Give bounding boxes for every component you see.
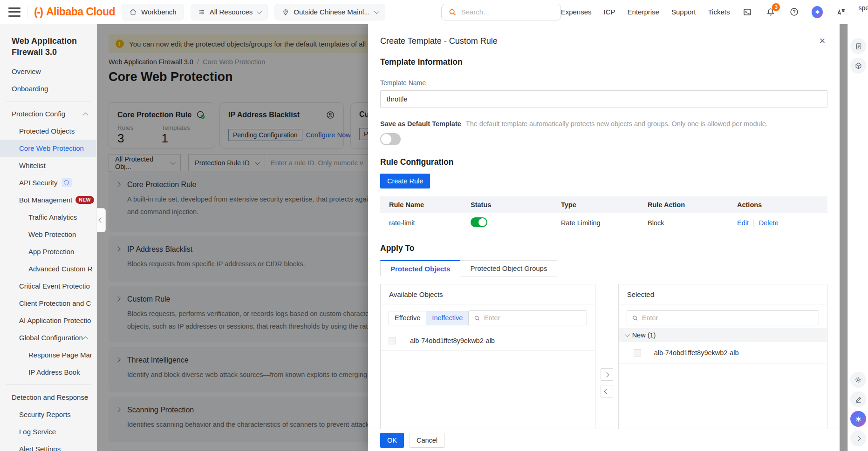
object-name: alb-74obd1ffet8y9ekwb2-alb (410, 337, 495, 344)
chevron-up-icon (83, 336, 88, 341)
sidebar-group-global-configuration[interactable]: Global Configuration (0, 329, 96, 346)
sidebar-group-protection-config[interactable]: Protection Config (0, 105, 96, 122)
feedback-pencil-icon[interactable] (850, 391, 866, 407)
sidebar-item-core-web-protection[interactable]: Core Web Protection (0, 140, 96, 157)
selected-object-row[interactable]: alb-74obd1ffet8y9ekwb2-alb (619, 342, 827, 364)
close-icon[interactable]: × (816, 35, 828, 47)
chevron-down-icon (624, 332, 629, 337)
delete-link[interactable]: Delete (759, 219, 779, 227)
sidebar-item-protected-objects[interactable]: Protected Objects (0, 122, 96, 140)
search-input[interactable] (461, 8, 554, 16)
language-icon[interactable] (835, 7, 846, 18)
cloud-shell-icon[interactable] (742, 7, 753, 18)
rule-type-cell: Rate Limiting (561, 219, 648, 227)
available-objects-panel: Available Objects Effective Ineffective … (380, 284, 595, 451)
sidebar-item-ip-address-book[interactable]: IP Address Book (0, 363, 96, 381)
selected-search-input[interactable] (642, 314, 814, 322)
ai-assistant-icon[interactable] (812, 7, 823, 18)
collapse-panel-icon[interactable] (850, 431, 866, 446)
available-object-row[interactable]: alb-74obd1ffet8y9ekwb2-alb (381, 331, 595, 351)
save-default-label: Save as Default Template (380, 120, 461, 128)
resources-cube-icon[interactable] (850, 58, 866, 74)
sidebar-item-web-protection[interactable]: Web Protection (0, 226, 96, 243)
tab-protected-object-groups[interactable]: Protected Object Groups (460, 260, 557, 276)
divider (6, 101, 91, 101)
nav-link-support[interactable]: Support (671, 8, 696, 16)
all-resources-label: All Resources (210, 8, 253, 16)
effective-button[interactable]: Effective (389, 311, 426, 325)
effective-segmented-control: Effective Ineffective (389, 311, 469, 325)
selected-group-new[interactable]: New (1) (619, 328, 827, 342)
sidebar-item-advanced-custom-rule[interactable]: Advanced Custom R (0, 260, 96, 277)
rule-status-cell (471, 217, 561, 229)
divider (27, 5, 27, 19)
move-left-button[interactable] (601, 385, 613, 397)
sidebar-item-traffic-analytics[interactable]: Traffic Analytics (0, 209, 96, 226)
notifications-bell-icon[interactable]: 3 (765, 7, 776, 18)
nav-link-expenses[interactable]: Expenses (561, 8, 592, 16)
nav-link-enterprise[interactable]: Enterprise (628, 8, 659, 16)
region-label: Outside Chinese Mainl... (294, 8, 369, 16)
right-toolbar (847, 24, 868, 451)
help-icon[interactable] (788, 7, 800, 18)
logo-text: Alibaba Cloud (46, 6, 115, 18)
hamburger-menu-icon[interactable] (8, 7, 21, 17)
sidebar-collapse-handle[interactable] (97, 208, 106, 232)
new-badge: NEW (75, 196, 94, 204)
region-selector[interactable]: Outside Chinese Mainl... (274, 4, 385, 20)
sidebar-item-critical-event-protection[interactable]: Critical Event Protectio (0, 277, 96, 295)
create-template-modal: Create Template - Custom Rule × Template… (368, 24, 840, 451)
sidebar-item-whitelist[interactable]: Whitelist (0, 157, 96, 174)
sidebar-item-security-reports[interactable]: Security Reports (0, 406, 96, 423)
rule-table-header: Rule Name Status Type Rule Action Action… (380, 196, 827, 213)
sidebar-item-overview[interactable]: Overview (0, 63, 96, 80)
sidebar-item-onboarding[interactable]: Onboarding (0, 80, 96, 97)
sidebar-item-client-protection[interactable]: Client Protection and C (0, 295, 96, 312)
rule-table: Rule Name Status Type Rule Action Action… (380, 196, 827, 233)
checkbox[interactable] (389, 337, 396, 344)
account-type: Main Account (858, 12, 868, 20)
rule-action-cell: Block (648, 219, 737, 227)
rule-name-cell: rate-limit (380, 219, 471, 227)
sidebar-item-api-security[interactable]: API Security (0, 174, 96, 191)
checkbox[interactable] (634, 349, 641, 357)
sidebar-item-alert-settings[interactable]: Alert Settings (0, 440, 96, 451)
chevron-down-icon (374, 8, 379, 13)
save-default-row: Save as Default Template The default tem… (380, 120, 827, 128)
docs-notebook-icon[interactable] (850, 38, 866, 54)
sidebar-item-response-page-management[interactable]: Response Page Mar (0, 346, 96, 363)
sidebar-item-ai-application-protection[interactable]: AI Application Protectio (0, 312, 96, 329)
rule-actions-cell: Edit|Delete (737, 219, 826, 227)
template-name-input[interactable] (380, 90, 827, 108)
tab-protected-objects[interactable]: Protected Objects (380, 260, 460, 276)
ineffective-button[interactable]: Ineffective (426, 311, 469, 325)
edit-link[interactable]: Edit (737, 219, 749, 227)
alibaba-cloud-logo[interactable]: (-) Alibaba Cloud (34, 6, 115, 19)
nav-link-tickets[interactable]: Tickets (708, 8, 730, 16)
sidebar-item-log-service[interactable]: Log Service (0, 423, 96, 440)
sidebar-item-app-protection[interactable]: App Protection (0, 243, 96, 260)
nav-link-icp[interactable]: ICP (604, 8, 615, 16)
sidebar-item-bot-management[interactable]: Bot Management NEW (0, 191, 96, 209)
rule-configuration-heading: Rule Configuration (380, 157, 827, 167)
assistant-icon[interactable] (850, 411, 866, 427)
move-right-button[interactable] (601, 368, 613, 381)
workbench-label: Workbench (141, 8, 177, 16)
settings-gear-icon[interactable] (850, 372, 866, 388)
workbench-button[interactable]: Workbench (122, 4, 184, 20)
selected-search (627, 310, 819, 325)
template-information-heading: Template Information (380, 57, 827, 67)
global-search[interactable] (441, 4, 561, 20)
search-icon (632, 315, 638, 322)
cancel-button[interactable]: Cancel (410, 433, 444, 448)
all-resources-dropdown[interactable]: All Resources (191, 4, 268, 20)
account-info[interactable]: spectre********... Main Account (858, 4, 868, 20)
available-search-input[interactable] (484, 314, 582, 322)
save-default-toggle[interactable] (380, 133, 401, 145)
create-rule-button[interactable]: Create Rule (380, 174, 430, 188)
ok-button[interactable]: OK (380, 433, 404, 448)
rule-status-toggle[interactable] (471, 217, 487, 227)
sidebar-group-detection-and-response[interactable]: Detection and Response (0, 389, 96, 406)
transfer-widget: Available Objects Effective Ineffective … (380, 284, 827, 451)
top-navbar: (-) Alibaba Cloud Workbench All Resource… (0, 0, 868, 24)
